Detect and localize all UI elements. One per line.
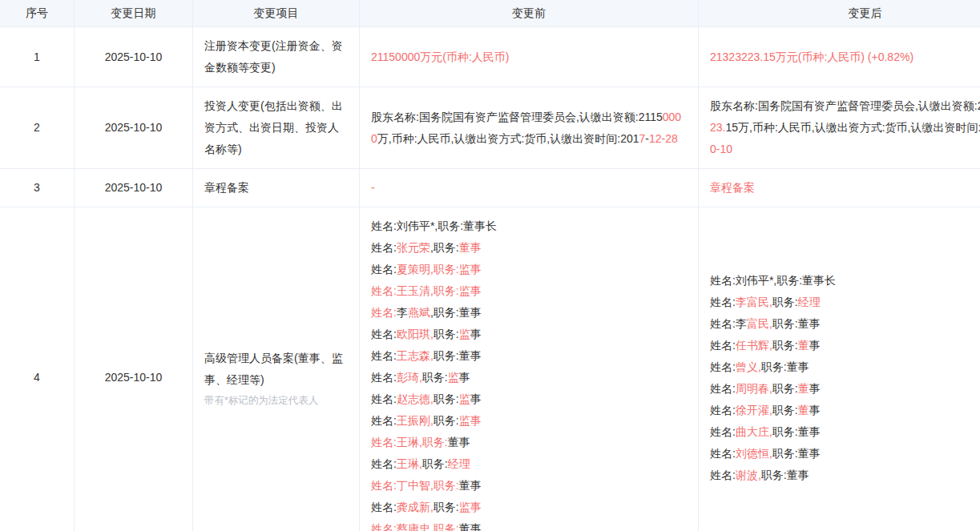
diff-changed-text: -	[371, 181, 375, 194]
diff-changed-text: 监事	[459, 414, 482, 427]
table-row-3: 32025-10-10章程备案-章程备案	[0, 169, 980, 207]
diff-changed-text: 李富民,	[736, 296, 772, 308]
diff-text: ,职务:	[430, 241, 459, 254]
diff-changed-text: 王志森,	[397, 349, 434, 362]
diff-line: 姓名:王振刚,职务:监事	[371, 410, 687, 432]
diff-changed-text: 12-28	[649, 132, 678, 145]
diff-changed-text: 经理	[448, 457, 470, 470]
diff-text: 姓名:	[371, 263, 397, 276]
diff-line: 股东名称:国务院国有资产监督管理委员会,认缴出资额:21323223.15万,币…	[710, 95, 980, 160]
diff-line: 姓名:王琳,职务:董事	[371, 432, 687, 453]
diff-changed-text: 王振刚,	[397, 414, 434, 427]
change-item: 投资人变更(包括出资额、出资方式、出资日期、投资人名称等)	[193, 87, 360, 169]
diff-line: 姓名:任书辉,职务:董事	[710, 335, 980, 356]
table-row-2: 22025-10-10投资人变更(包括出资额、出资方式、出资日期、投资人名称等)…	[0, 87, 980, 169]
before-change-cell: 姓名:刘伟平*,职务:董事长姓名:张元荣,职务:董事姓名:夏策明,职务:监事姓名…	[360, 207, 699, 531]
row-number: 1	[0, 27, 75, 87]
diff-text: 姓名:	[371, 392, 397, 405]
diff-text: 职务:董事	[772, 447, 821, 460]
diff-changed-text: 谢波,	[736, 469, 761, 481]
after-change-cell: 21323223.15万元(币种:人民币) (+0.82%)	[699, 27, 980, 87]
diff-text: 15万,币种:人民币,认缴出资方式:货币,认缴出资时间:20	[725, 121, 980, 134]
after-change-cell: 股东名称:国务院国有资产监督管理委员会,认缴出资额:21323223.15万,币…	[699, 87, 980, 169]
before-change-cell: -	[360, 169, 699, 207]
diff-line: 姓名:彭琦,职务:监事	[371, 367, 687, 388]
diff-changed-text: 21150000万元(币种:人民币)	[371, 50, 509, 63]
diff-text: 事	[809, 404, 821, 416]
diff-changed-text: 董	[798, 339, 809, 352]
diff-line: 姓名:赵志德,职务:监事	[371, 388, 687, 410]
column-header-0: 序号	[0, 0, 75, 27]
change-item: 章程备案	[193, 169, 360, 207]
diff-text: 姓名:	[710, 360, 736, 373]
diff-text: 姓名:	[710, 382, 736, 395]
diff-changed-text: 监	[459, 392, 470, 405]
row-number: 4	[0, 207, 75, 531]
diff-text: 姓名:李	[710, 317, 747, 330]
diff-line: 姓名:刘伟平*,职务:董事长	[710, 270, 980, 292]
table-head: 序号变更日期变更项目变更前变更后	[0, 0, 980, 27]
diff-text: 事	[470, 392, 482, 405]
diff-changed-text: 监事	[459, 501, 482, 513]
diff-text: 职务:董事	[761, 469, 809, 481]
change-date: 2025-10-10	[75, 27, 193, 87]
diff-line: 姓名:夏策明,职务:监事	[371, 259, 687, 280]
diff-line: 姓名:张元荣,职务:董事	[371, 237, 687, 259]
diff-changed-text: 彭琦,	[397, 371, 422, 384]
diff-text: 姓名:	[371, 457, 397, 470]
diff-changed-text: 王琳,	[397, 457, 422, 470]
diff-line: 姓名:曲大庄,职务:董事	[710, 421, 980, 443]
diff-text: ,职务:董事	[430, 306, 482, 319]
diff-changed-text: 龚成新,	[397, 501, 434, 513]
diff-line: 21150000万元(币种:人民币)	[371, 46, 687, 68]
diff-changed-text: 张元荣	[397, 241, 430, 254]
column-header-2: 变更项目	[193, 0, 360, 27]
diff-text: 姓名:	[710, 404, 736, 416]
diff-changed-text: 姓名:蔡庸忠,职务:	[371, 522, 459, 531]
diff-text: 姓名:	[371, 501, 397, 513]
diff-line: 姓名:刘德恒,职务:董事	[710, 443, 980, 465]
diff-changed-text: 董	[798, 404, 809, 416]
change-records-table: 序号变更日期变更项目变更前变更后 12025-10-10注册资本变更(注册资金、…	[0, 0, 980, 531]
diff-changed-text: 姓名:王琳,职务:	[371, 436, 448, 449]
diff-line: 姓名:曾义,职务:董事	[710, 356, 980, 378]
diff-line: 姓名:李富民,职务:董事	[710, 313, 980, 335]
diff-line: 21323223.15万元(币种:人民币) (+0.82%)	[710, 46, 980, 68]
change-date: 2025-10-10	[75, 87, 193, 169]
diff-changed-text: 赵志德,	[397, 392, 434, 405]
diff-line: 姓名:丁中智,职务:董事	[371, 475, 687, 497]
diff-changed-text: 徐开灌,	[736, 404, 772, 416]
table-row-1: 12025-10-10注册资本变更(注册资金、资金数额等变更)21150000万…	[0, 27, 980, 87]
diff-changed-text: 欧阳琪,	[397, 328, 434, 340]
diff-text: 职务:	[434, 328, 459, 340]
diff-line: 股东名称:国务院国有资产监督管理委员会,认缴出资额:21150000万,币种:人…	[371, 107, 687, 150]
diff-text: 职务:	[422, 371, 448, 384]
row-number: 3	[0, 169, 75, 207]
diff-changed-text: 曾义,	[736, 360, 761, 373]
change-date: 2025-10-10	[75, 207, 193, 531]
diff-changed-text: 监	[448, 371, 459, 384]
diff-line: 姓名:王志森,职务:董事	[371, 345, 687, 367]
diff-text: 董事	[459, 479, 482, 492]
table-body: 12025-10-10注册资本变更(注册资金、资金数额等变更)21150000万…	[0, 27, 980, 531]
diff-line: -	[371, 177, 687, 199]
diff-line: 姓名:徐开灌,职务:董事	[710, 400, 980, 421]
diff-text: 职务:董事	[761, 360, 809, 373]
diff-line: 姓名:李富民,职务:经理	[710, 292, 980, 313]
diff-changed-text: 周明春,	[736, 382, 772, 395]
diff-text: 职务:	[434, 501, 459, 513]
diff-line: 姓名:龚成新,职务:监事	[371, 497, 687, 518]
diff-text: 姓名:	[710, 296, 736, 308]
diff-text: 事	[470, 328, 482, 340]
change-item-label: 高级管理人员备案(董事、监事、经理等)	[204, 348, 348, 391]
diff-text: 事	[809, 382, 821, 395]
column-header-4: 变更后	[699, 0, 980, 27]
after-change-cell: 姓名:刘伟平*,职务:董事长姓名:李富民,职务:经理姓名:李富民,职务:董事姓名…	[699, 207, 980, 531]
diff-changed-text: 任书辉,	[736, 339, 772, 352]
diff-text: 职务:董事	[434, 349, 482, 362]
diff-text: 姓名:	[710, 339, 736, 352]
diff-changed-text: 曲大庄,	[736, 425, 772, 438]
diff-changed-text: 姓名:王玉清,职务:监事	[371, 284, 482, 297]
row-number: 2	[0, 87, 75, 169]
before-change-cell: 21150000万元(币种:人民币)	[360, 27, 699, 87]
